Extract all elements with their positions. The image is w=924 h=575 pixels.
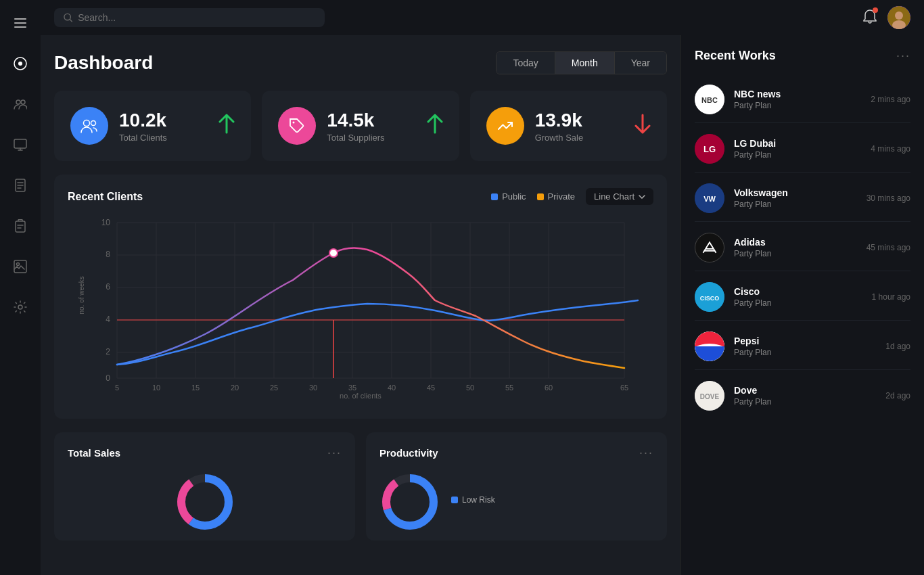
user-avatar[interactable]	[887, 6, 910, 29]
svg-text:25: 25	[270, 384, 278, 392]
growth-value: 13.9k	[535, 110, 624, 131]
svg-text:LG: LG	[703, 144, 716, 154]
low-risk-label: Low Risk	[462, 495, 495, 505]
svg-point-4	[18, 62, 22, 66]
bottom-cards: Total Sales ··· Productivity ··	[54, 432, 667, 540]
svg-rect-0	[14, 18, 26, 20]
list-item[interactable]: VW Volkswagen Party Plan 30 mins ago	[695, 175, 910, 222]
vw-time: 30 mins ago	[867, 193, 910, 203]
sidebar-item-clipboard[interactable]	[8, 214, 32, 238]
search-input[interactable]	[78, 12, 315, 23]
svg-text:20: 20	[231, 384, 239, 392]
main-container: Dashboard Today Month Year	[41, 0, 924, 575]
svg-point-11	[17, 263, 20, 266]
nbc-name: NBC news	[734, 89, 861, 99]
topbar	[41, 0, 924, 35]
nbc-time: 2 mins ago	[871, 95, 910, 104]
total-sales-menu[interactable]: ···	[327, 446, 342, 460]
suppliers-value: 14.5k	[327, 110, 415, 131]
low-risk-dot	[451, 497, 458, 503]
vw-info: Volkswagen Party Plan	[734, 187, 857, 209]
svg-text:6: 6	[106, 282, 110, 292]
right-panel-header: Recent Works ···	[695, 49, 910, 63]
sidebar-item-monitor[interactable]	[8, 133, 32, 157]
topbar-right	[863, 6, 910, 29]
svg-text:2: 2	[106, 347, 110, 356]
productivity-title: Productivity	[379, 447, 438, 459]
stat-cards: 10.2k Total Clients	[54, 91, 667, 161]
svg-point-60	[329, 249, 338, 257]
stat-card-clients: 10.2k Total Clients	[54, 91, 251, 161]
search-icon	[64, 13, 72, 22]
page-title: Dashboard	[54, 52, 153, 74]
legend-public-label: Public	[502, 191, 526, 202]
productivity-menu[interactable]: ···	[639, 446, 653, 460]
chart-type-selector[interactable]: Line Chart	[586, 188, 653, 205]
list-item[interactable]: NBC NBC news Party Plan 2 mins ago	[695, 76, 910, 123]
svg-text:40: 40	[388, 384, 396, 392]
notification-button[interactable]	[863, 9, 877, 27]
chart-type-label: Line Chart	[594, 191, 634, 202]
svg-point-73	[695, 233, 724, 262]
period-month[interactable]: Month	[555, 52, 615, 74]
adidas-logo	[695, 233, 724, 262]
suppliers-trend	[427, 114, 443, 138]
list-item[interactable]: Adidas Party Plan 45 mins ago	[695, 225, 910, 271]
svg-text:5: 5	[115, 384, 119, 392]
productivity-header: Productivity ···	[379, 446, 653, 460]
recent-works-title: Recent Works	[695, 49, 776, 63]
sidebar-item-documents[interactable]	[8, 173, 32, 198]
cisco-plan: Party Plan	[734, 298, 862, 308]
chevron-down-icon	[639, 195, 645, 199]
growth-info: 13.9k Growth Sale	[535, 110, 624, 143]
period-today[interactable]: Today	[496, 52, 555, 74]
legend-private-label: Private	[548, 191, 575, 202]
search-wrapper[interactable]	[54, 8, 325, 27]
vw-name: Volkswagen	[734, 187, 857, 198]
svg-point-15	[895, 12, 903, 20]
lg-info: LG Dubai Party Plan	[734, 138, 861, 160]
sidebar-item-gallery[interactable]	[8, 254, 32, 279]
list-item[interactable]: CISCO Cisco Party Plan 1 hour ago	[695, 274, 910, 321]
vw-plan: Party Plan	[734, 200, 857, 209]
productivity-donut-wrapper	[379, 468, 440, 536]
cisco-logo: CISCO	[695, 282, 724, 312]
legend-public-dot	[491, 193, 498, 200]
clients-info: 10.2k Total Clients	[119, 110, 208, 143]
main-content: Dashboard Today Month Year	[41, 35, 680, 575]
lg-time: 4 mins ago	[871, 144, 910, 154]
sidebar-item-settings[interactable]	[8, 295, 32, 319]
svg-rect-2	[14, 26, 26, 28]
period-year[interactable]: Year	[615, 52, 666, 74]
pepsi-info: Pepsi Party Plan	[734, 336, 876, 357]
legend-private-dot	[537, 193, 544, 200]
pepsi-logo	[695, 331, 724, 361]
list-item[interactable]: DOVE Dove Party Plan 2d ago	[695, 373, 910, 419]
svg-rect-9	[16, 221, 25, 232]
sidebar-item-clients[interactable]	[8, 92, 32, 116]
growth-trend	[634, 114, 651, 138]
dove-plan: Party Plan	[734, 397, 876, 407]
svg-rect-7	[14, 139, 26, 148]
content: Dashboard Today Month Year	[41, 35, 924, 575]
list-item[interactable]: LG LG Dubai Party Plan 4 mins ago	[695, 126, 910, 172]
clients-icon	[70, 107, 108, 145]
svg-text:45: 45	[427, 384, 435, 392]
list-item[interactable]: Pepsi Party Plan 1d ago	[695, 323, 910, 370]
recent-works-menu[interactable]: ···	[896, 49, 910, 63]
svg-text:VW: VW	[703, 195, 716, 203]
growth-label: Growth Sale	[535, 133, 624, 143]
total-sales-chart	[68, 468, 342, 536]
svg-point-17	[84, 120, 90, 127]
pepsi-time: 1d ago	[885, 342, 910, 351]
total-sales-donut	[175, 472, 235, 532]
svg-text:30: 30	[309, 384, 317, 392]
adidas-name: Adidas	[734, 237, 857, 248]
pepsi-name: Pepsi	[734, 336, 876, 346]
adidas-plan: Party Plan	[734, 249, 857, 258]
svg-rect-1	[14, 22, 26, 24]
total-sales-header: Total Sales ···	[68, 446, 342, 460]
sidebar-item-dashboard[interactable]	[8, 51, 32, 76]
clients-value: 10.2k	[119, 110, 208, 131]
menu-toggle[interactable]	[8, 11, 32, 35]
